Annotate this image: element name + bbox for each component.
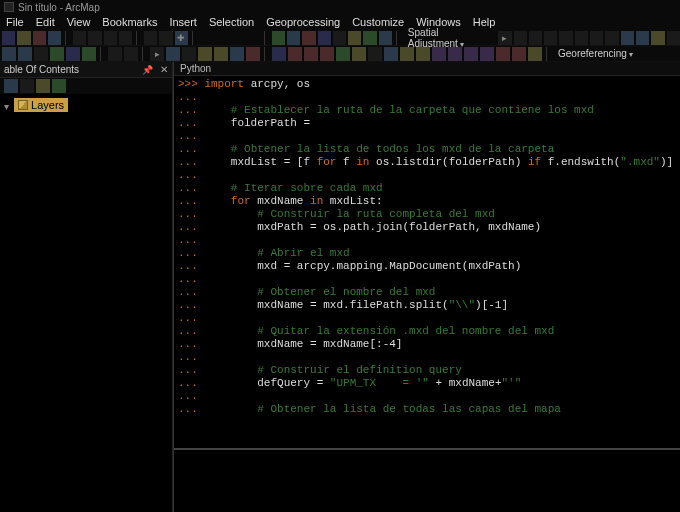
- tool-print-icon[interactable]: [48, 31, 61, 45]
- tool-icon[interactable]: [514, 31, 527, 45]
- tool-icon[interactable]: [352, 47, 366, 61]
- tool-icon[interactable]: [66, 47, 80, 61]
- tool-find-icon[interactable]: [230, 47, 244, 61]
- tool-icon[interactable]: [544, 31, 557, 45]
- tool-icon[interactable]: [272, 47, 286, 61]
- list-by-drawing-order-icon[interactable]: [4, 79, 18, 93]
- menu-file[interactable]: File: [2, 16, 28, 28]
- tool-paste-icon[interactable]: [104, 31, 117, 45]
- tool-icon[interactable]: [198, 47, 212, 61]
- tool-icon[interactable]: [320, 47, 334, 61]
- toc-header: able Of Contents 📌 ✕: [0, 62, 172, 78]
- tool-icon[interactable]: [512, 47, 526, 61]
- tool-icon[interactable]: [82, 47, 96, 61]
- tool-icon[interactable]: [621, 31, 634, 45]
- tool-identify-icon[interactable]: [166, 47, 180, 61]
- tool-zoom-out-icon[interactable]: [18, 47, 32, 61]
- menubar: File Edit View Bookmarks Insert Selectio…: [0, 14, 680, 30]
- tool-measure-icon[interactable]: [246, 47, 260, 61]
- separator: [136, 31, 140, 45]
- python-code-area[interactable]: >>> import arcpy, os ... ... # Establece…: [174, 76, 680, 448]
- separator: [396, 31, 400, 45]
- toc-tree[interactable]: ▾ Layers: [0, 94, 172, 512]
- tool-icon[interactable]: [575, 31, 588, 45]
- tool-icon[interactable]: [559, 31, 572, 45]
- main-area: able Of Contents 📌 ✕ ▾ Layers Python >>>…: [0, 62, 680, 512]
- python-help-panel[interactable]: [174, 448, 680, 512]
- list-by-visibility-icon[interactable]: [36, 79, 50, 93]
- tool-icon[interactable]: [318, 31, 331, 45]
- tool-icon[interactable]: [288, 47, 302, 61]
- tool-icon[interactable]: [667, 31, 680, 45]
- table-of-contents-panel: able Of Contents 📌 ✕ ▾ Layers: [0, 62, 173, 512]
- tool-add-data-icon[interactable]: ✚: [175, 31, 188, 45]
- menu-view[interactable]: View: [63, 16, 95, 28]
- tool-delete-icon[interactable]: [119, 31, 132, 45]
- tool-open-icon[interactable]: [17, 31, 30, 45]
- tool-icon[interactable]: [448, 47, 462, 61]
- menu-insert[interactable]: Insert: [165, 16, 201, 28]
- tool-save-icon[interactable]: [33, 31, 46, 45]
- separator: [142, 47, 146, 61]
- layers-icon: [18, 100, 28, 110]
- tool-icon[interactable]: [590, 31, 603, 45]
- tool-full-extent-icon[interactable]: [50, 47, 64, 61]
- menu-bookmarks[interactable]: Bookmarks: [98, 16, 161, 28]
- separator: [192, 31, 196, 45]
- menu-customize[interactable]: Customize: [348, 16, 408, 28]
- tool-icon[interactable]: [529, 31, 542, 45]
- spatial-adjustment-dropdown[interactable]: Spatial Adjustment: [404, 27, 496, 49]
- app-icon: [4, 2, 14, 12]
- tool-icon[interactable]: [528, 47, 542, 61]
- tool-icon[interactable]: [605, 31, 618, 45]
- tool-icon[interactable]: [336, 47, 350, 61]
- tool-icon[interactable]: [496, 47, 510, 61]
- tool-icon[interactable]: [182, 47, 196, 61]
- menu-selection[interactable]: Selection: [205, 16, 258, 28]
- tool-new-icon[interactable]: [2, 31, 15, 45]
- tool-icon[interactable]: [384, 47, 398, 61]
- tool-icon[interactable]: [432, 47, 446, 61]
- layers-root-node[interactable]: Layers: [14, 98, 68, 112]
- tool-icon[interactable]: [302, 31, 315, 45]
- tool-redo-icon[interactable]: [159, 31, 172, 45]
- tool-icon[interactable]: [214, 47, 228, 61]
- tool-undo-icon[interactable]: [144, 31, 157, 45]
- tool-icon[interactable]: [333, 31, 346, 45]
- tree-collapse-icon[interactable]: ▾: [4, 101, 9, 112]
- separator: [65, 31, 69, 45]
- tool-icon[interactable]: [379, 31, 392, 45]
- tool-icon[interactable]: [651, 31, 664, 45]
- tool-icon[interactable]: [304, 47, 318, 61]
- tool-icon[interactable]: [416, 47, 430, 61]
- tool-prev-extent-icon[interactable]: [108, 47, 122, 61]
- tool-select-icon[interactable]: ▸: [150, 47, 164, 61]
- python-window: Python >>> import arcpy, os ... ... # Es…: [173, 62, 680, 512]
- georeferencing-dropdown[interactable]: Georeferencing: [554, 48, 637, 59]
- tool-zoom-in-icon[interactable]: [2, 47, 16, 61]
- tool-icon[interactable]: [368, 47, 382, 61]
- tool-icon[interactable]: [400, 47, 414, 61]
- tool-copy-icon[interactable]: [88, 31, 101, 45]
- pin-icon[interactable]: 📌: [142, 65, 153, 75]
- separator: [100, 47, 104, 61]
- tool-icon[interactable]: [464, 47, 478, 61]
- tool-pointer-icon[interactable]: ▸: [498, 31, 511, 45]
- tool-editor-icon[interactable]: [272, 31, 285, 45]
- separator: [264, 31, 268, 45]
- list-by-source-icon[interactable]: [20, 79, 34, 93]
- tool-icon[interactable]: [363, 31, 376, 45]
- tool-icon[interactable]: [636, 31, 649, 45]
- menu-edit[interactable]: Edit: [32, 16, 59, 28]
- tool-icon[interactable]: [287, 31, 300, 45]
- python-tab[interactable]: Python: [174, 62, 680, 76]
- tool-pan-icon[interactable]: [34, 47, 48, 61]
- tool-icon[interactable]: [348, 31, 361, 45]
- close-icon[interactable]: ✕: [160, 64, 168, 75]
- tool-cut-icon[interactable]: [73, 31, 86, 45]
- toc-title: able Of Contents: [4, 64, 79, 75]
- tool-icon[interactable]: [480, 47, 494, 61]
- list-by-selection-icon[interactable]: [52, 79, 66, 93]
- menu-geoprocessing[interactable]: Geoprocessing: [262, 16, 344, 28]
- tool-next-extent-icon[interactable]: [124, 47, 138, 61]
